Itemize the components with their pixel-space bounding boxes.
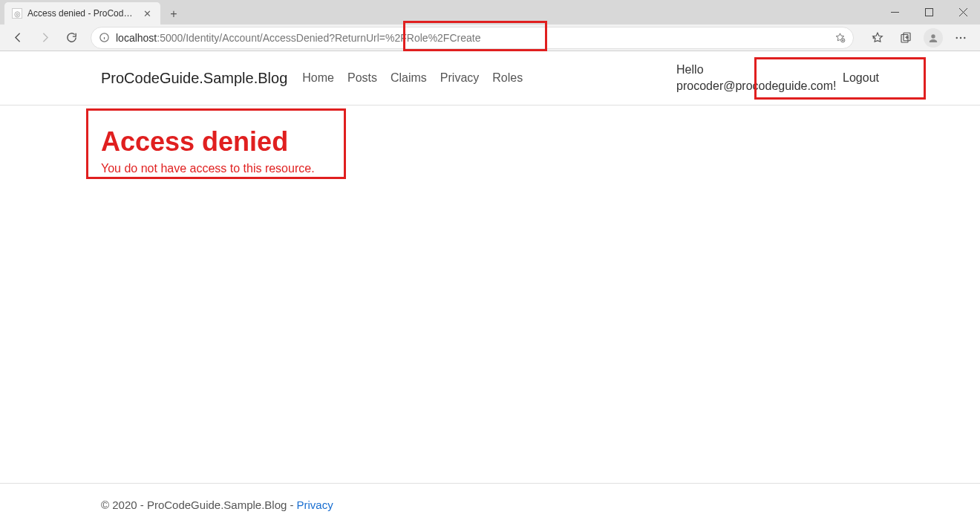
maximize-button[interactable] [912, 0, 946, 25]
svg-point-8 [964, 36, 965, 38]
nav-right: Hello procoder@procodeguide.com! Logout [676, 62, 879, 95]
nav-link-posts[interactable]: Posts [347, 71, 377, 85]
more-menu-icon[interactable] [947, 27, 974, 49]
nav-link-claims[interactable]: Claims [391, 71, 427, 85]
back-button[interactable] [6, 27, 30, 49]
site-navbar: ProCodeGuide.Sample.Blog Home Posts Clai… [0, 51, 980, 105]
tab-title: Access denied - ProCodeGuide.S [27, 8, 137, 19]
nav-links: Home Posts Claims Privacy Roles [302, 71, 523, 85]
minimize-button[interactable] [878, 0, 912, 25]
footer-copyright: © 2020 - ProCodeGuide.Sample.Blog - [101, 499, 294, 511]
user-greeting[interactable]: Hello procoder@procodeguide.com! [676, 62, 832, 95]
access-denied-message: You do not have access to this resource. [101, 162, 879, 175]
profile-avatar[interactable] [924, 28, 943, 48]
tab-favicon: ◎ [12, 8, 22, 19]
brand-link[interactable]: ProCodeGuide.Sample.Blog [101, 70, 287, 87]
toolbar-right-icons [864, 27, 974, 49]
main-content: Access denied You do not have access to … [0, 105, 980, 196]
nav-link-privacy[interactable]: Privacy [440, 71, 479, 85]
site-info-icon[interactable] [99, 32, 110, 43]
window-controls [878, 0, 980, 25]
url-path: :5000/Identity/Account/AccessDenied?Retu… [157, 32, 480, 44]
favorites-icon[interactable] [864, 27, 891, 49]
new-tab-button[interactable]: + [163, 4, 184, 25]
address-bar[interactable]: localhost:5000/Identity/Account/AccessDe… [91, 27, 854, 49]
svg-rect-0 [925, 9, 932, 16]
url-text: localhost:5000/Identity/Account/AccessDe… [116, 32, 480, 44]
footer-privacy-link[interactable]: Privacy [297, 499, 333, 511]
svg-point-5 [931, 34, 935, 38]
svg-point-6 [956, 36, 958, 38]
svg-point-7 [960, 36, 961, 38]
close-tab-icon[interactable]: ✕ [142, 8, 153, 19]
forward-button[interactable] [33, 27, 56, 49]
close-window-button[interactable] [946, 0, 980, 25]
site-footer: © 2020 - ProCodeGuide.Sample.Blog - Priv… [0, 483, 980, 526]
nav-link-roles[interactable]: Roles [492, 71, 523, 85]
page-heading: Access denied [101, 126, 879, 158]
collections-icon[interactable] [892, 27, 919, 49]
browser-toolbar: localhost:5000/Identity/Account/AccessDe… [0, 25, 980, 51]
browser-tab-strip: ◎ Access denied - ProCodeGuide.S ✕ + [0, 0, 980, 25]
url-host: localhost [116, 32, 157, 44]
nav-link-home[interactable]: Home [302, 71, 334, 85]
logout-link[interactable]: Logout [843, 71, 879, 85]
star-add-icon[interactable] [834, 32, 846, 43]
browser-tab-active[interactable]: ◎ Access denied - ProCodeGuide.S ✕ [4, 2, 160, 25]
reload-button[interactable] [59, 27, 83, 49]
